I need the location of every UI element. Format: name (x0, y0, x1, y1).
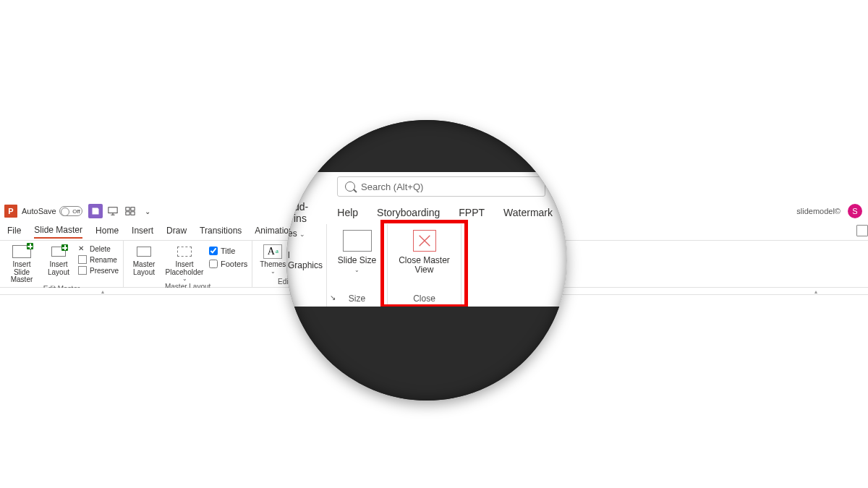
tab-slide-master[interactable]: Slide Master (34, 223, 82, 239)
insert-slide-master-button[interactable]: Insert Slide Master (4, 244, 39, 284)
master-layout-button[interactable]: Master Layout (128, 244, 160, 276)
plus-icon (61, 244, 68, 251)
plus-icon (27, 243, 33, 249)
present-from-beginning-icon[interactable] (106, 204, 120, 218)
placeholder-icon (177, 247, 192, 257)
group-size: Slide Size ⌄ Size (327, 224, 388, 307)
powerpoint-logo-icon (4, 205, 17, 218)
tab-add-ins-partial[interactable]: dd-ins (294, 201, 318, 224)
lens-dark-bg (286, 120, 567, 172)
svg-rect-0 (109, 207, 117, 213)
checkbox-icon[interactable] (209, 247, 218, 255)
lens-dark-bg (286, 307, 567, 401)
account-name[interactable]: slidemodel© (796, 207, 841, 215)
insert-placeholder-button[interactable]: Insert Placeholder ⌄ (164, 244, 205, 282)
group-edit-master: Insert Slide Master Insert Layout ✕Delet… (0, 241, 124, 287)
slide-size-button[interactable]: Slide Size ⌄ (336, 230, 378, 273)
tab-storyboarding[interactable]: Storyboarding (377, 207, 440, 218)
tab-file[interactable]: File (7, 223, 21, 238)
tab-help[interactable]: Help (337, 207, 358, 218)
group-label: Size (349, 294, 365, 304)
svg-rect-4 (131, 212, 135, 215)
rename-icon (78, 255, 87, 264)
svg-rect-2 (131, 207, 135, 210)
highlight-frame (380, 220, 468, 308)
svg-rect-3 (126, 212, 129, 215)
tab-insert[interactable]: Insert (132, 223, 153, 238)
preserve-icon (78, 266, 87, 275)
search-placeholder: Search (Alt+Q) (361, 181, 423, 192)
dialog-launcher-icon[interactable]: ↘ (330, 294, 336, 301)
toggle-off-icon[interactable]: Off (59, 206, 82, 216)
insert-layout-button[interactable]: Insert Layout (43, 244, 74, 276)
qat-overflow-button[interactable]: ⌄ (140, 204, 155, 218)
magnifier-lens: Search (Alt+Q) dd-ins Help Storyboarding… (286, 120, 567, 401)
collapse-arrow-icon[interactable]: ▴ (101, 288, 104, 295)
preserve-button[interactable]: Preserve (78, 265, 119, 275)
footers-checkbox[interactable]: Footers (209, 260, 247, 268)
avatar[interactable]: S (848, 204, 862, 218)
lens-search-row: Search (Alt+Q) (286, 172, 567, 201)
group-master-layout: Master Layout Insert Placeholder ⌄ Title… (124, 241, 252, 287)
slide-icon (12, 245, 31, 258)
rename-button[interactable]: Rename (78, 254, 119, 265)
collapse-arrow-icon[interactable]: ▴ (814, 288, 817, 295)
present-button-icon[interactable] (856, 225, 868, 236)
themes-button[interactable]: Aa Themes ⌄ (257, 244, 289, 275)
title-checkbox[interactable]: Title (209, 247, 247, 255)
lens-edge-partial: es ⌄ l Graphics ↘ (286, 224, 327, 307)
search-icon (345, 181, 355, 192)
search-input[interactable]: Search (Alt+Q) (337, 176, 545, 197)
layout-icon (51, 247, 66, 257)
tab-draw[interactable]: Draw (166, 223, 187, 238)
checkbox-icon[interactable] (209, 260, 218, 268)
delete-button[interactable]: ✕Delete (78, 244, 119, 254)
trash-icon: ✕ (78, 244, 87, 253)
slide-size-icon (343, 230, 372, 252)
themes-aa-icon: Aa (263, 244, 282, 259)
svg-rect-1 (126, 207, 129, 210)
layout-icon (137, 247, 151, 257)
lens-ribbon: es ⌄ l Graphics ↘ Slide Size ⌄ Size Clos… (286, 224, 567, 307)
save-button[interactable] (88, 204, 103, 218)
tab-watermark[interactable]: Watermark (503, 207, 553, 218)
autosave-toggle[interactable]: AutoSave Off (22, 206, 82, 216)
tab-home[interactable]: Home (95, 223, 119, 238)
group-close: Close Master View Close (388, 224, 461, 307)
tab-transitions[interactable]: Transitions (200, 223, 242, 238)
quick-access-icon[interactable] (123, 204, 137, 218)
lens-blank-area (461, 224, 567, 307)
autosave-label: AutoSave (22, 207, 56, 215)
tab-fppt[interactable]: FPPT (459, 207, 485, 218)
